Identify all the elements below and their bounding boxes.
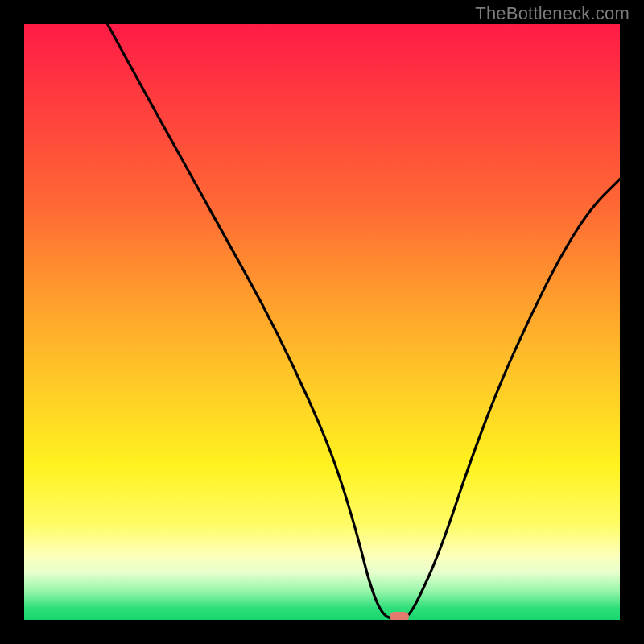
plot-area	[24, 24, 620, 620]
chart-frame: TheBottleneck.com	[0, 0, 644, 644]
bottleneck-curve	[24, 24, 620, 620]
curve-path	[108, 24, 620, 620]
optimal-point-marker	[390, 612, 409, 620]
watermark-text: TheBottleneck.com	[475, 3, 630, 24]
